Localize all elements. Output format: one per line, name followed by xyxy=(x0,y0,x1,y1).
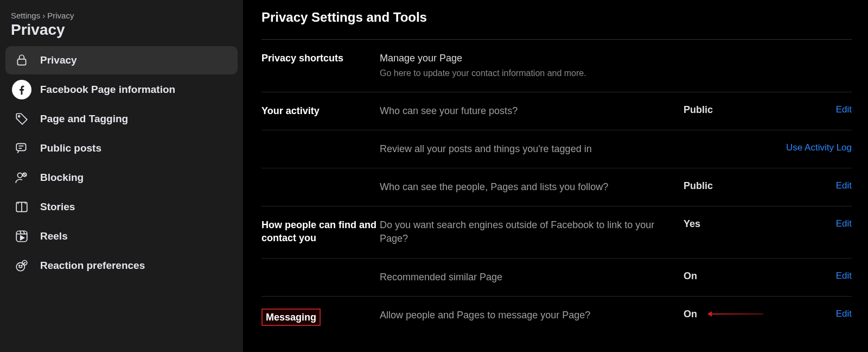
reels-icon xyxy=(12,227,31,246)
edit-link[interactable]: Edit xyxy=(836,271,852,281)
contact-desc-1: Recommended similar Page xyxy=(380,271,684,284)
svg-line-7 xyxy=(23,173,25,175)
svg-point-17 xyxy=(21,265,22,266)
reaction-icon xyxy=(12,256,31,275)
section-heading-activity: Your activity xyxy=(261,104,380,117)
contact-value-0: Yes xyxy=(684,218,781,230)
sidebar-item-page-information[interactable]: Facebook Page information xyxy=(5,76,238,104)
svg-marker-14 xyxy=(21,236,24,240)
breadcrumb[interactable]: Settings›Privacy xyxy=(5,5,238,20)
row-messaging: Messaging Allow people and Pages to mess… xyxy=(261,296,852,338)
shortcuts-primary[interactable]: Manage your Page xyxy=(380,52,673,65)
facebook-icon xyxy=(12,80,31,99)
public-posts-icon xyxy=(12,139,31,158)
tag-icon xyxy=(12,109,31,129)
activity-value-2: Public xyxy=(684,180,781,192)
contact-value-1: On xyxy=(684,271,781,282)
row-contact-search-engines: How people can find and contact you Do y… xyxy=(261,206,852,257)
page-title: Privacy xyxy=(5,20,238,46)
svg-point-15 xyxy=(16,263,24,271)
sidebar-item-label: Reels xyxy=(40,230,68,242)
sidebar-nav: Privacy Facebook Page information Page a… xyxy=(5,46,238,280)
sidebar-item-stories[interactable]: Stories xyxy=(5,193,238,221)
activity-value-0: Public xyxy=(684,104,781,116)
edit-link[interactable]: Edit xyxy=(836,180,852,191)
edit-link[interactable]: Edit xyxy=(836,309,852,319)
row-activity-future-posts: Your activity Who can see your future po… xyxy=(261,92,852,130)
edit-link[interactable]: Edit xyxy=(836,104,852,115)
activity-desc-0: Who can see your future posts? xyxy=(380,104,684,118)
breadcrumb-root[interactable]: Settings xyxy=(11,11,40,20)
annotation-arrow-icon xyxy=(709,313,763,315)
sidebar-item-label: Facebook Page information xyxy=(40,84,175,96)
messaging-value: On xyxy=(684,309,697,320)
sidebar-item-label: Public posts xyxy=(40,142,101,154)
activity-desc-2: Who can see the people, Pages and lists … xyxy=(380,180,684,194)
edit-link[interactable]: Edit xyxy=(836,218,852,229)
messaging-desc: Allow people and Pages to message your P… xyxy=(380,309,684,322)
svg-point-5 xyxy=(17,173,22,178)
section-heading-contact: How people can find and contact you xyxy=(261,218,380,245)
sidebar-item-privacy[interactable]: Privacy xyxy=(5,46,238,74)
sidebar-item-label: Page and Tagging xyxy=(40,113,128,125)
row-privacy-shortcuts: Privacy shortcuts Manage your Page Go he… xyxy=(261,39,852,92)
breadcrumb-current[interactable]: Privacy xyxy=(47,11,74,20)
sidebar-item-label: Stories xyxy=(40,201,75,213)
sidebar-item-page-and-tagging[interactable]: Page and Tagging xyxy=(5,105,238,133)
activity-desc-1: Review all your posts and things you're … xyxy=(380,142,684,156)
row-activity-review: . Review all your posts and things you'r… xyxy=(261,130,852,168)
section-heading-messaging: Messaging xyxy=(261,309,321,326)
svg-rect-2 xyxy=(16,143,25,150)
main-content: Privacy Settings and Tools Privacy short… xyxy=(243,0,868,352)
sidebar-item-label: Reaction preferences xyxy=(40,260,145,272)
row-activity-follow: . Who can see the people, Pages and list… xyxy=(261,168,852,206)
lock-icon xyxy=(12,51,31,70)
blocking-icon xyxy=(12,168,31,187)
sidebar-item-label: Privacy xyxy=(40,54,77,66)
svg-point-16 xyxy=(19,265,20,266)
activity-log-link[interactable]: Use Activity Log xyxy=(786,142,852,153)
contact-desc-0: Do you want search engines outside of Fa… xyxy=(380,218,684,246)
sidebar-item-reels[interactable]: Reels xyxy=(5,222,238,250)
main-title: Privacy Settings and Tools xyxy=(261,10,852,25)
sidebar-item-blocking[interactable]: Blocking xyxy=(5,164,238,192)
sidebar-item-label: Blocking xyxy=(40,172,84,184)
sidebar-item-public-posts[interactable]: Public posts xyxy=(5,134,238,162)
sidebar-item-reaction-preferences[interactable]: Reaction preferences xyxy=(5,252,238,280)
shortcuts-secondary: Go here to update your contact informati… xyxy=(380,67,673,79)
svg-point-1 xyxy=(18,116,20,117)
sidebar: Settings›Privacy Privacy Privacy Faceboo… xyxy=(0,0,243,352)
row-contact-recommended: . Recommended similar Page On Edit xyxy=(261,258,852,296)
stories-icon xyxy=(12,197,31,217)
section-heading-shortcuts: Privacy shortcuts xyxy=(261,52,380,65)
svg-rect-0 xyxy=(17,59,25,65)
